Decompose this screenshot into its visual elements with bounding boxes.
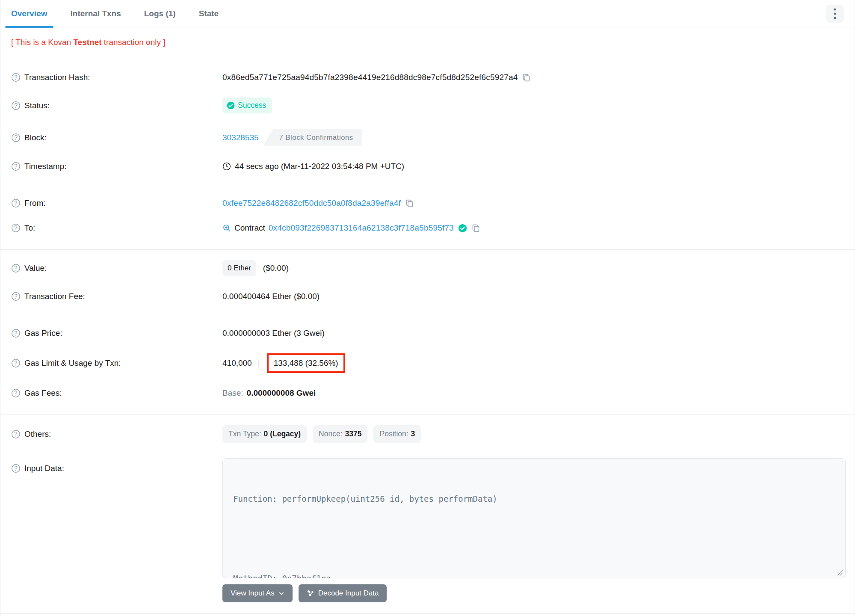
row-others: Others: Txn Type: 0 (Legacy) Nonce: 3375…: [0, 418, 855, 450]
gas-limit-text: 410,000: [222, 358, 252, 368]
gas-fees-value: Base: 0.000000008 Gwei: [222, 388, 855, 398]
zoom-in-icon[interactable]: [222, 224, 231, 232]
help-icon[interactable]: [11, 464, 21, 473]
block-number-link[interactable]: 30328535: [222, 133, 259, 142]
section-gas: Gas Price: 0.000000003 Ether (3 Gwei) Ga…: [0, 321, 855, 406]
to-address-link[interactable]: 0x4cb093f226983713164a62138c3f718a5b595f…: [269, 223, 454, 233]
help-icon[interactable]: [11, 223, 21, 233]
section-others-input: Others: Txn Type: 0 (Legacy) Nonce: 3375…: [0, 418, 855, 602]
others-value: Txn Type: 0 (Legacy) Nonce: 3375 Positio…: [222, 425, 855, 443]
bottom-divider: [0, 613, 855, 614]
input-data-wrap: Function: performUpkeep(uint256 id, byte…: [222, 458, 855, 602]
help-icon[interactable]: [11, 73, 21, 82]
row-status: Status: Success: [0, 90, 855, 121]
divider: [0, 188, 855, 188]
label-text: Status:: [24, 101, 50, 110]
label-text: Transaction Hash:: [24, 73, 90, 82]
copy-icon[interactable]: [405, 199, 414, 208]
kebab-icon: [834, 8, 836, 19]
view-input-as-button[interactable]: View Input As: [222, 584, 293, 602]
transaction-fee-value: 0.000400464 Ether ($0.00): [222, 292, 855, 301]
tab-state[interactable]: State: [193, 0, 225, 27]
row-timestamp: Timestamp: 44 secs ago (Mar-11-2022 03:5…: [0, 154, 855, 179]
section-summary: Transaction Hash: 0x86ed5a771e725aa94d5b…: [0, 65, 855, 179]
base-fee-label: Base:: [222, 388, 243, 398]
label-text: From:: [24, 198, 46, 208]
success-check-icon: [227, 101, 235, 110]
help-icon[interactable]: [11, 101, 21, 110]
tab-logs[interactable]: Logs (1): [138, 0, 182, 27]
section-value: Value: 0 Ether ($0.00) Transaction Fee: …: [0, 252, 855, 309]
divider: [0, 249, 855, 250]
help-icon[interactable]: [11, 429, 21, 439]
gas-price-label: Gas Price:: [11, 329, 222, 338]
badge-key: Txn Type:: [228, 429, 261, 438]
row-input-data: Input Data: Function: performUpkeep(uint…: [0, 450, 855, 602]
timestamp-value: 44 secs ago (Mar-11-2022 03:54:48 PM +UT…: [222, 162, 855, 171]
badge-value: 3375: [345, 429, 362, 438]
label-text: To:: [24, 223, 35, 233]
transaction-fee-label: Transaction Fee:: [11, 292, 222, 301]
help-icon[interactable]: [11, 198, 21, 208]
copy-icon[interactable]: [522, 73, 531, 82]
decode-icon: [307, 589, 314, 597]
block-confirmations-badge: 7 Block Confirmations: [263, 129, 362, 146]
gas-usage-text: 133,488 (32.56%): [274, 358, 338, 368]
gas-price-text: 0.000000003 Ether (3 Gwei): [222, 329, 325, 338]
function-signature: Function: performUpkeep(uint256 id, byte…: [233, 492, 835, 506]
more-options-button[interactable]: [826, 5, 844, 23]
block-label: Block:: [11, 133, 222, 142]
chevron-down-icon: [278, 590, 284, 596]
help-icon[interactable]: [11, 329, 21, 338]
clock-icon: [222, 162, 231, 171]
gas-usage-annotation-box: 133,488 (32.56%): [267, 353, 345, 373]
tab-overview[interactable]: Overview: [5, 0, 53, 27]
decode-input-data-label: Decode Input Data: [318, 589, 379, 598]
transaction-hash: 0x86ed5a771e725aa94d5b7fa2398e4419e216d8…: [222, 73, 518, 82]
help-icon[interactable]: [11, 133, 21, 142]
method-id: MethodID: 0x7bbaf1ea: [233, 572, 835, 578]
label-text: Block:: [24, 133, 47, 142]
label-text: Gas Fees:: [24, 388, 62, 398]
input-data-label: Input Data:: [11, 458, 222, 473]
timestamp-text: 44 secs ago (Mar-11-2022 03:54:48 PM +UT…: [235, 162, 404, 171]
label-text: Gas Limit & Usage by Txn:: [24, 358, 121, 368]
warning-bold: Testnet: [73, 38, 101, 47]
label-text: Transaction Fee:: [24, 292, 85, 301]
help-icon[interactable]: [11, 264, 21, 273]
block-value: 30328535 7 Block Confirmations: [222, 129, 855, 146]
view-input-as-label: View Input As: [231, 589, 275, 598]
warning-suffix: transaction only ]: [102, 38, 166, 47]
usd-amount: ($0.00): [263, 264, 289, 273]
decode-input-data-button[interactable]: Decode Input Data: [299, 584, 387, 602]
timestamp-label: Timestamp:: [11, 162, 222, 171]
gas-limit-value: 410,000 | 133,488 (32.56%): [222, 353, 855, 373]
txn-type-badge: Txn Type: 0 (Legacy): [222, 425, 307, 443]
separator: |: [258, 358, 260, 368]
value-label: Value:: [11, 264, 222, 273]
tab-internal-txns[interactable]: Internal Txns: [65, 0, 127, 27]
resize-handle-icon[interactable]: [836, 569, 843, 576]
input-data-box[interactable]: Function: performUpkeep(uint256 id, byte…: [222, 458, 846, 578]
verified-contract-icon: [458, 224, 467, 233]
tab-bar: Overview Internal Txns Logs (1) State: [0, 0, 855, 27]
label-text: Input Data:: [24, 464, 64, 473]
row-transaction-hash: Transaction Hash: 0x86ed5a771e725aa94d5b…: [0, 65, 855, 90]
help-icon[interactable]: [11, 162, 21, 171]
badge-key: Position:: [379, 429, 408, 438]
section-addresses: From: 0xfee7522e8482682cf50ddc50a0f8da2a…: [0, 191, 855, 240]
from-address-link[interactable]: 0xfee7522e8482682cf50ddc50a0f8da2a39effa…: [222, 198, 401, 208]
gas-limit-label: Gas Limit & Usage by Txn:: [11, 358, 222, 368]
badge-value: 0 (Legacy): [264, 429, 301, 438]
help-icon[interactable]: [11, 358, 21, 368]
badge-key: Nonce:: [319, 429, 342, 438]
help-icon[interactable]: [11, 388, 21, 398]
to-value: Contract 0x4cb093f226983713164a62138c3f7…: [222, 223, 855, 233]
help-icon[interactable]: [11, 292, 21, 301]
label-text: Others:: [24, 429, 51, 439]
from-value: 0xfee7522e8482682cf50ddc50a0f8da2a39effa…: [222, 198, 855, 208]
label-text: Timestamp:: [24, 162, 67, 171]
copy-icon[interactable]: [471, 224, 480, 233]
testnet-warning: [ This is a Kovan Testnet transaction on…: [11, 38, 855, 47]
badge-value: 3: [411, 429, 415, 438]
